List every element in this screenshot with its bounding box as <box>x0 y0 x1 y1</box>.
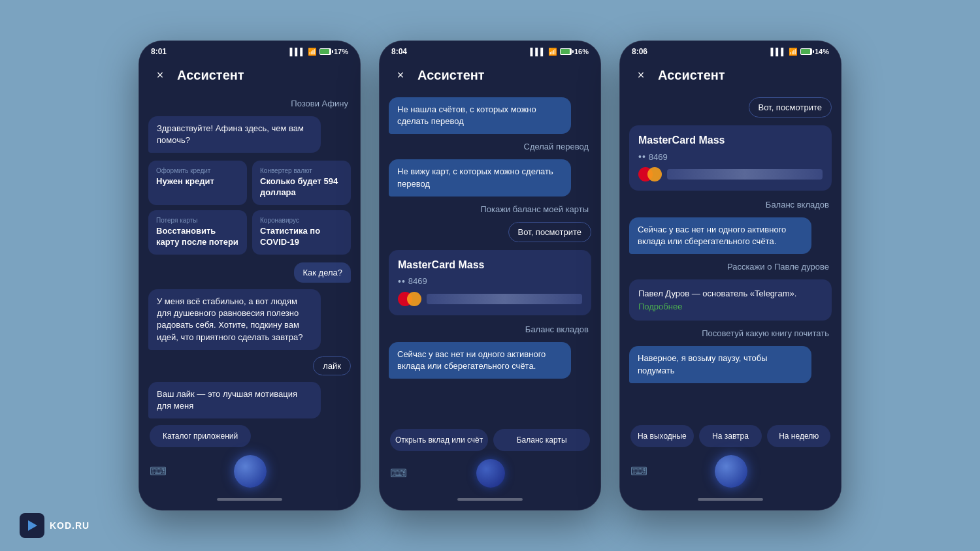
bottom-actions-1: Каталог приложений <box>150 425 350 447</box>
svg-marker-0 <box>28 520 37 531</box>
chat-area-2: Не нашла счётов, с которых можно сделать… <box>380 92 600 424</box>
chat-area-3: Вот, посмотрите MasterCard Mass •• 8469 … <box>620 92 841 420</box>
tomorrow-button[interactable]: На завтра <box>699 425 762 447</box>
quick-action-currency[interactable]: Конвертер валют Сколько будет 594 доллар… <box>252 161 351 205</box>
chat-area-1: Позови Афину Здравствуйте! Афина здесь, … <box>139 92 360 420</box>
card-number-2: •• 8469 <box>398 276 582 287</box>
msg-no-card: Не вижу карт, с которых можно сделать пе… <box>389 159 571 196</box>
battery-pct-1: 17% <box>334 48 348 55</box>
quick-action-card-loss[interactable]: Потеря карты Восстановить карту после по… <box>148 210 247 255</box>
wifi-icon-1: 📶 <box>308 48 317 56</box>
bottom-actions-3: На выходные На завтра На неделю <box>630 425 830 447</box>
open-deposit-button[interactable]: Открыть вклад или счёт <box>390 429 488 451</box>
battery-icon-1 <box>319 48 331 55</box>
mastercard-logo-2 <box>398 292 421 306</box>
logo-text: KOD.RU <box>50 520 90 531</box>
voice-button-1[interactable] <box>234 455 267 488</box>
close-button-1[interactable]: × <box>151 66 169 84</box>
balance-label-3: Баланс вкладов <box>763 198 832 211</box>
user-transfer: Сделай перевод <box>521 140 591 153</box>
card-title-3: MasterCard Mass <box>638 134 823 146</box>
user-book: Посоветуй какую книгу почитать <box>699 327 832 339</box>
home-indicator-1 <box>217 498 282 501</box>
logo-area: KOD.RU <box>20 513 90 538</box>
msg-right-1: Как дела? <box>294 262 351 283</box>
close-button-2[interactable]: × <box>391 66 410 84</box>
app-title-1: Ассистент <box>177 68 244 83</box>
logo-icon <box>20 513 44 538</box>
quick-action-credit[interactable]: Оформить кредит Нужен кредит <box>148 161 247 205</box>
app-title-3: Ассистент <box>658 68 725 83</box>
card-stripe-2 <box>427 294 582 304</box>
tag-like[interactable]: лайк <box>313 356 351 375</box>
card-logo-row-3 <box>638 167 823 181</box>
card-title-2: MasterCard Mass <box>398 259 582 271</box>
keyboard-icon-3: ⌨ <box>630 464 647 479</box>
app-title-2: Ассистент <box>417 68 485 83</box>
voice-button-2[interactable] <box>476 459 505 488</box>
phone-screen-1: 8:01 ▌▌▌ 📶 17% × Ассистент Позови Афину … <box>139 40 361 511</box>
signal-icon-3: ▌▌▌ <box>771 48 786 55</box>
keyboard-icon-2: ⌨ <box>390 466 407 480</box>
suggest-text-1: Позови Афину <box>288 97 351 110</box>
card-balance-button[interactable]: Баланс карты <box>493 429 590 451</box>
durov-info: Павел Дуров — основатель «Telegram». Под… <box>629 279 832 321</box>
signal-icon-2: ▌▌▌ <box>531 48 546 55</box>
user-balance: Покажи баланс моей карты <box>478 203 591 215</box>
bottom-bar-1: Каталог приложений ⌨ <box>139 420 360 510</box>
msg-left-2: У меня всё стабильно, а вот людям для ду… <box>148 289 321 350</box>
mastercard-logo-3 <box>638 167 662 181</box>
user-deposits: Баланс вкладов <box>523 323 591 336</box>
time-3: 8:06 <box>632 47 647 56</box>
bottom-bar-2: Открыть вклад или счёт Баланс карты ⌨ <box>380 424 600 510</box>
week-button[interactable]: На неделю <box>767 425 830 447</box>
app-header-1: × Ассистент <box>139 59 360 92</box>
status-bar-2: 8:04 ▌▌▌ 📶 16% <box>380 41 600 59</box>
card-stripe-3 <box>667 169 823 180</box>
keyboard-icon-1: ⌨ <box>150 464 167 479</box>
voice-row-2: ⌨ <box>390 456 590 490</box>
close-button-3[interactable]: × <box>632 66 650 84</box>
voice-button-3[interactable] <box>715 455 747 488</box>
phone-screen-2: 8:04 ▌▌▌ 📶 16% × Ассистент Не нашла счёт… <box>379 40 601 511</box>
home-indicator-2 <box>457 498 523 501</box>
status-bar-1: 8:01 ▌▌▌ 📶 17% <box>139 41 360 59</box>
bottom-actions-2: Открыть вклад или счёт Баланс карты <box>390 429 590 451</box>
phone-screen-3: 8:06 ▌▌▌ 📶 14% × Ассистент Вот, посмотри… <box>619 40 841 511</box>
app-header-2: × Ассистент <box>380 59 600 92</box>
msg-no-deposits-3: Сейчас у вас нет ни одного активного вкл… <box>629 217 811 254</box>
time-1: 8:01 <box>151 47 167 56</box>
msg-no-account: Не нашла счётов, с которых можно сделать… <box>389 97 571 134</box>
msg-pause: Наверное, я возьму паузу, чтобы подумать <box>629 346 811 383</box>
card-widget-2: MasterCard Mass •• 8469 <box>389 250 591 315</box>
signal-icon-1: ▌▌▌ <box>290 48 305 55</box>
msg-left-1: Здравствуйте! Афина здесь, чем вам помоч… <box>148 116 321 153</box>
app-header-3: × Ассистент <box>620 59 841 92</box>
wifi-icon-2: 📶 <box>548 48 557 56</box>
msg-left-3: Ваш лайк — это лучшая мотивация для меня <box>148 382 321 418</box>
quick-actions-1: Оформить кредит Нужен кредит Конвертер в… <box>148 161 351 255</box>
battery-icon-3 <box>800 48 812 55</box>
quick-action-covid[interactable]: Коронавирус Статистика по COVID-19 <box>252 210 351 255</box>
suggest-look[interactable]: Вот, посмотрите <box>508 222 592 242</box>
weekend-button[interactable]: На выходные <box>630 425 694 447</box>
read-more-link[interactable]: Подробнее <box>638 302 682 311</box>
time-2: 8:04 <box>391 47 407 56</box>
card-logo-row-2 <box>398 292 582 306</box>
card-widget-3: MasterCard Mass •• 8469 <box>629 125 832 191</box>
suggest-look-3[interactable]: Вот, посмотрите <box>749 97 832 118</box>
home-indicator-3 <box>698 498 763 501</box>
battery-icon-2 <box>560 48 572 55</box>
battery-pct-2: 16% <box>574 48 589 55</box>
status-bar-3: 8:06 ▌▌▌ 📶 14% <box>620 41 841 59</box>
bottom-bar-3: На выходные На завтра На неделю ⌨ <box>620 420 841 510</box>
card-number-3: •• 8469 <box>638 151 823 162</box>
catalog-button[interactable]: Каталог приложений <box>150 425 251 447</box>
battery-pct-3: 14% <box>815 48 829 55</box>
voice-row-1: ⌨ <box>150 452 350 490</box>
voice-row-3: ⌨ <box>630 452 830 490</box>
wifi-icon-3: 📶 <box>789 48 798 56</box>
user-durov: Расскажи о Павле дурове <box>725 260 832 273</box>
msg-no-deposits: Сейчас у вас нет ни одного активного вкл… <box>389 342 571 379</box>
